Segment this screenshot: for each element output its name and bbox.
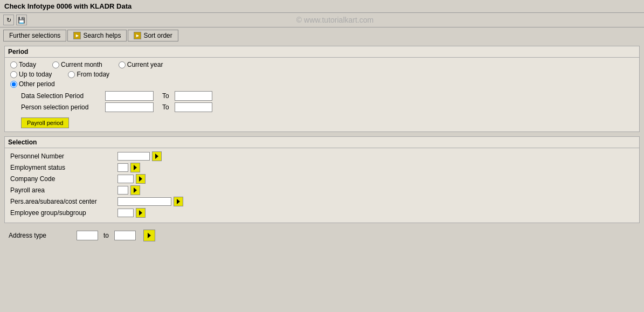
- employee-group-label: Employee group/subgroup: [10, 209, 115, 217]
- company-code-label: Company Code: [10, 175, 115, 183]
- tab-arrow-search: ►: [73, 32, 81, 39]
- pers-area-input[interactable]: [117, 197, 171, 206]
- data-selection-from-input[interactable]: [105, 91, 154, 101]
- watermark: © www.tutorialkart.com: [29, 15, 641, 25]
- data-selection-label: Data Selection Period: [21, 92, 102, 100]
- selection-title: Selection: [5, 137, 639, 148]
- address-type-arrow-btn[interactable]: [143, 230, 155, 241]
- person-selection-label: Person selection period: [21, 103, 102, 111]
- tab-arrow-sort: ►: [134, 32, 141, 39]
- personnel-number-label: Personnel Number: [10, 152, 115, 160]
- company-code-arrow-btn[interactable]: [136, 174, 146, 184]
- employment-status-label: Employment status: [10, 164, 115, 171]
- payroll-area-label: Payroll area: [10, 186, 115, 194]
- tab-sort-order[interactable]: ► Sort order: [128, 30, 178, 41]
- address-type-from-input[interactable]: [77, 231, 98, 240]
- radio-today[interactable]: Today: [10, 61, 36, 68]
- save-icon[interactable]: 💾: [16, 15, 27, 25]
- personnel-number-input[interactable]: [117, 152, 150, 161]
- employee-group-input[interactable]: [117, 209, 134, 217]
- period-section: Period Today Current month Current year: [4, 46, 640, 132]
- employee-group-arrow-btn[interactable]: [136, 208, 146, 218]
- radio-current-year[interactable]: Current year: [119, 61, 163, 68]
- menu-bar: ↻ 💾 © www.tutorialkart.com: [0, 13, 644, 27]
- person-selection-to-label: To: [162, 103, 169, 111]
- radio-up-to-today[interactable]: Up to today: [10, 71, 52, 78]
- payroll-area-arrow-btn[interactable]: [130, 185, 140, 195]
- data-selection-to-input[interactable]: [175, 91, 212, 101]
- selection-section: Selection Personnel Number Employment st…: [4, 136, 640, 223]
- radio-other-period[interactable]: Other period: [10, 80, 55, 88]
- title-bar: Check Infotype 0006 with KLADR Data: [0, 0, 644, 13]
- employment-status-input[interactable]: [117, 163, 128, 172]
- period-title: Period: [5, 46, 639, 58]
- back-icon[interactable]: ↻: [3, 15, 14, 25]
- company-code-input[interactable]: [117, 175, 134, 183]
- employment-status-arrow-btn[interactable]: [130, 163, 140, 172]
- address-row: Address type to: [4, 227, 640, 244]
- tab-bar: Further selections ► Search helps ► Sort…: [0, 27, 644, 44]
- address-to-label: to: [103, 232, 109, 239]
- tab-further-selections[interactable]: Further selections: [3, 30, 66, 41]
- tab-search-helps[interactable]: ► Search helps: [67, 30, 127, 41]
- pers-area-arrow-btn[interactable]: [174, 197, 183, 206]
- radio-current-month[interactable]: Current month: [52, 61, 102, 68]
- address-type-to-input[interactable]: [114, 231, 136, 240]
- radio-from-today[interactable]: From today: [68, 71, 109, 78]
- address-type-label: Address type: [9, 232, 73, 239]
- personnel-number-arrow-btn[interactable]: [152, 151, 162, 161]
- payroll-area-input[interactable]: [117, 186, 128, 195]
- payroll-period-button[interactable]: Payroll period: [21, 117, 69, 128]
- pers-area-label: Pers.area/subarea/cost center: [10, 198, 115, 205]
- person-selection-to-input[interactable]: [175, 102, 212, 112]
- data-selection-to-label: To: [162, 92, 169, 100]
- person-selection-from-input[interactable]: [105, 102, 154, 112]
